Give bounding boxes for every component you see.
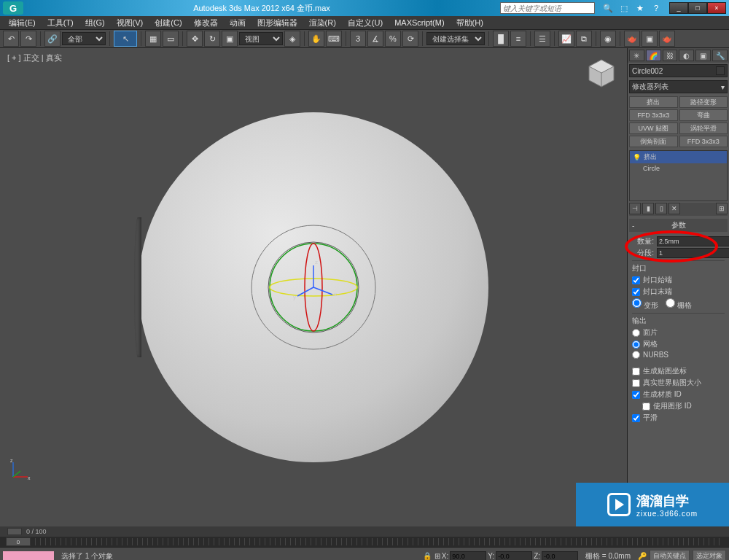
pivot-icon[interactable]: ◈ bbox=[284, 31, 300, 47]
preset-ffd1[interactable]: FFD 3x3x3 bbox=[629, 109, 678, 121]
schematic-icon[interactable]: ⧉ bbox=[576, 31, 592, 47]
rotate-gizmo-icon[interactable]: z x y bbox=[241, 214, 386, 360]
preset-extrude[interactable]: 挤出 bbox=[629, 96, 678, 108]
align-icon[interactable]: ≡ bbox=[510, 31, 526, 47]
y-input[interactable] bbox=[496, 551, 532, 561]
tab-motion-icon[interactable]: ◐ bbox=[679, 50, 694, 61]
preset-ffd2[interactable]: FFD 3x3x3 bbox=[679, 136, 728, 147]
material-editor-icon[interactable]: ◉ bbox=[600, 31, 616, 47]
object-color-swatch[interactable] bbox=[716, 66, 725, 75]
menu-maxscript[interactable]: MAXScript(M) bbox=[390, 18, 448, 28]
viewport-label[interactable]: [ + ] 正交 | 真实 bbox=[7, 52, 62, 63]
tab-display-icon[interactable]: ▣ bbox=[695, 50, 711, 61]
refcoord-dropdown[interactable]: 视图 bbox=[239, 32, 283, 45]
link-icon[interactable]: 🔗 bbox=[44, 31, 61, 47]
nurbs-radio[interactable] bbox=[632, 351, 640, 359]
stack-item-circle[interactable]: Circle bbox=[630, 163, 727, 174]
preset-uvw[interactable]: UVW 贴图 bbox=[629, 122, 678, 134]
manip-icon[interactable]: ✋ bbox=[308, 31, 324, 47]
keyboard-icon[interactable]: ⌨ bbox=[326, 31, 342, 47]
menu-edit[interactable]: 编辑(E) bbox=[4, 17, 40, 29]
object-name-field[interactable]: Circle002 bbox=[629, 64, 728, 77]
remove-mod-icon[interactable]: ✕ bbox=[668, 203, 680, 214]
useshape-checkbox[interactable] bbox=[642, 402, 650, 411]
redo-icon[interactable]: ↷ bbox=[20, 31, 36, 47]
viewport[interactable]: [ + ] 正交 | 真实 z x y bbox=[0, 48, 627, 526]
tab-create-icon[interactable]: ✳ bbox=[629, 50, 644, 61]
menu-tools[interactable]: 工具(T) bbox=[43, 17, 78, 29]
spinner-snap-icon[interactable]: ⟳ bbox=[402, 31, 418, 47]
cap-start-checkbox[interactable] bbox=[632, 276, 640, 284]
cap-end-checkbox[interactable] bbox=[632, 288, 640, 296]
minimize-button[interactable]: _ bbox=[669, 2, 688, 14]
named-selset-dropdown[interactable]: 创建选择集 bbox=[426, 32, 485, 45]
menu-create[interactable]: 创建(C) bbox=[150, 17, 186, 29]
preset-turbosmooth[interactable]: 涡轮平滑 bbox=[679, 122, 728, 134]
mesh-radio[interactable] bbox=[632, 341, 640, 349]
render-setup-icon[interactable]: 🫖 bbox=[624, 31, 640, 47]
search-icon[interactable]: 🔍 bbox=[602, 2, 614, 14]
tab-hierarchy-icon[interactable]: ⛓ bbox=[663, 50, 678, 61]
pin-stack-icon[interactable]: ⊣ bbox=[629, 203, 641, 214]
auto-key-button[interactable]: 自动关键点 bbox=[650, 550, 690, 560]
x-input[interactable] bbox=[450, 551, 486, 561]
script-recorder[interactable] bbox=[3, 551, 54, 561]
maximize-button[interactable]: □ bbox=[688, 2, 707, 14]
preset-bend[interactable]: 弯曲 bbox=[679, 109, 728, 121]
amount-spinner[interactable] bbox=[657, 236, 729, 246]
key-icon[interactable]: 🔑 bbox=[638, 552, 647, 560]
curve-editor-icon[interactable]: 📈 bbox=[558, 31, 574, 47]
modifier-list-dropdown[interactable]: 修改器列表▾ bbox=[629, 80, 728, 93]
selected-obj-button[interactable]: 选定对象 bbox=[693, 550, 726, 560]
mirror-icon[interactable]: ▐▌ bbox=[493, 31, 509, 47]
infocenter-icon[interactable]: ⬚ bbox=[618, 2, 630, 14]
scene-object[interactable]: z x y bbox=[139, 112, 488, 462]
render-frame-icon[interactable]: ▣ bbox=[642, 31, 658, 47]
configure-sets-icon[interactable]: ⊞ bbox=[716, 203, 728, 214]
frame-indicator[interactable]: 0 bbox=[6, 537, 31, 546]
genmap-checkbox[interactable] bbox=[632, 368, 640, 376]
morph-radio[interactable]: 变形 bbox=[632, 298, 658, 311]
grid-radio[interactable]: 栅格 bbox=[666, 298, 692, 311]
rollout-header-params[interactable]: 参数 bbox=[629, 219, 728, 232]
menu-grapheditors[interactable]: 图形编辑器 bbox=[253, 17, 302, 29]
menu-group[interactable]: 组(G) bbox=[81, 17, 109, 29]
select-name-icon[interactable]: ▦ bbox=[145, 31, 161, 47]
coord-mode-icon[interactable]: ⊞ bbox=[434, 552, 440, 560]
stack-item-extrude[interactable]: 💡 挤出 bbox=[630, 151, 727, 163]
layers-icon[interactable]: ☰ bbox=[534, 31, 550, 47]
make-unique-icon[interactable]: ▯ bbox=[655, 203, 667, 214]
angle-snap-icon[interactable]: ∡ bbox=[367, 31, 383, 47]
time-ruler[interactable] bbox=[35, 538, 723, 545]
viewcube-icon[interactable] bbox=[583, 55, 620, 92]
smooth-checkbox[interactable] bbox=[632, 414, 640, 422]
preset-bevelprofile[interactable]: 倒角剖面 bbox=[629, 136, 678, 147]
select-tool-button[interactable]: ↖ bbox=[114, 31, 137, 47]
app-logo-icon[interactable]: G bbox=[3, 1, 23, 15]
lock-icon[interactable]: 🔒 bbox=[423, 552, 432, 560]
percent-snap-icon[interactable]: % bbox=[385, 31, 401, 47]
genmat-checkbox[interactable] bbox=[632, 391, 640, 399]
show-end-icon[interactable]: ▮ bbox=[642, 203, 654, 214]
rotate-icon[interactable]: ↻ bbox=[204, 31, 220, 47]
snap-icon[interactable]: 3 bbox=[350, 31, 366, 47]
star-icon[interactable]: ★ bbox=[634, 2, 646, 14]
realworld-checkbox[interactable] bbox=[632, 379, 640, 387]
time-slider[interactable]: 0 bbox=[0, 537, 729, 547]
close-button[interactable]: × bbox=[707, 2, 726, 14]
menu-render[interactable]: 渲染(R) bbox=[305, 17, 340, 29]
help-icon[interactable]: ? bbox=[650, 2, 662, 14]
menu-animation[interactable]: 动画 bbox=[225, 17, 250, 29]
move-icon[interactable]: ✥ bbox=[187, 31, 203, 47]
tab-modify-icon[interactable]: 🌈 bbox=[646, 50, 661, 61]
menu-view[interactable]: 视图(V) bbox=[112, 17, 148, 29]
modifier-stack[interactable]: 💡 挤出 Circle bbox=[629, 150, 728, 201]
menu-modifiers[interactable]: 修改器 bbox=[190, 17, 222, 29]
tab-utilities-icon[interactable]: 🔧 bbox=[712, 50, 728, 61]
segments-spinner[interactable] bbox=[657, 248, 729, 258]
patch-radio[interactable] bbox=[632, 329, 640, 337]
help-search-input[interactable] bbox=[500, 2, 595, 14]
preset-pathdeform[interactable]: 路径变形 bbox=[679, 96, 728, 108]
selection-filter-dropdown[interactable]: 全部 bbox=[62, 32, 106, 45]
select-rect-icon[interactable]: ▭ bbox=[163, 31, 179, 47]
